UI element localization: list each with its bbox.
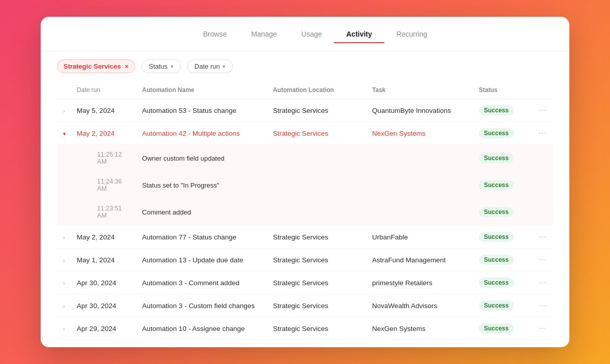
location-cell: Strategic Services	[267, 294, 366, 317]
more-options-icon[interactable]: ···	[539, 129, 547, 137]
sub-action-cell: Owner custom field updated	[136, 145, 267, 172]
sub-actions-cell	[533, 172, 553, 199]
more-options-icon[interactable]: ···	[539, 106, 547, 114]
status-badge: Success	[479, 128, 514, 138]
status-badge: Success	[479, 278, 514, 288]
actions-cell[interactable]: ···	[533, 122, 553, 145]
automation-name-cell: Automation 3 - Custom field changes	[136, 294, 267, 317]
status-badge: Success	[479, 207, 514, 217]
expand-icon[interactable]: ›	[57, 294, 71, 317]
more-options-icon[interactable]: ···	[539, 232, 547, 241]
status-cell: Success	[473, 226, 533, 249]
sub-row: 11:24:36 AM Status set to "In Progress" …	[57, 172, 553, 199]
location-cell: Strategic Services	[267, 317, 366, 340]
status-badge: Success	[479, 153, 514, 163]
table-body: › May 5, 2024 Automation 53 - Status cha…	[57, 99, 553, 340]
table-row: ▾ May 2, 2024 Automation 42 - Multiple a…	[57, 122, 553, 145]
chevron-down-icon: ▾	[223, 64, 225, 69]
date-cell: Apr 30, 2024	[71, 294, 136, 317]
sub-task-cell	[366, 172, 473, 199]
sub-status-cell: Success	[473, 199, 533, 226]
expand-icon[interactable]: ›	[57, 249, 71, 271]
automation-name-cell: Automation 10 - Assignee change	[136, 317, 267, 340]
expand-icon[interactable]: ›	[57, 271, 71, 294]
table-row: › Apr 30, 2024 Automation 3 - Custom fie…	[57, 294, 553, 317]
table-row: › Apr 30, 2024 Automation 3 - Comment ad…	[57, 271, 553, 294]
status-badge: Success	[479, 105, 514, 115]
automation-name-cell: Automation 3 - Comment added	[136, 271, 267, 294]
expand-icon[interactable]: ›	[57, 226, 71, 249]
status-cell: Success	[473, 122, 533, 145]
actions-cell[interactable]: ···	[533, 99, 553, 122]
col-status: Status	[473, 81, 533, 99]
table-row: › Apr 29, 2024 Automation 10 - Assignee …	[57, 317, 553, 340]
tab-browse[interactable]: Browse	[191, 26, 239, 43]
sub-task-cell	[366, 199, 473, 226]
status-cell: Success	[473, 99, 533, 122]
sub-location-cell	[267, 199, 366, 226]
sub-actions-cell	[533, 199, 553, 226]
filters-bar: Strategic Services × Status ▾ Date run ▾	[41, 51, 569, 81]
automation-name-cell: Automation 77 - Status change	[136, 226, 267, 249]
status-cell: Success	[473, 249, 533, 271]
daterun-filter-label: Date run	[195, 63, 220, 70]
col-actions	[533, 81, 553, 99]
status-cell: Success	[473, 271, 533, 294]
sub-expand-icon	[57, 172, 71, 199]
sub-expand-icon	[57, 199, 71, 226]
sub-action-cell: Comment added	[136, 199, 267, 226]
task-cell: UrbanFable	[366, 226, 473, 249]
main-card: Browse Manage Usage Activity Recurring S…	[41, 17, 569, 347]
filter-status-dropdown[interactable]: Status ▾	[141, 59, 181, 73]
sub-task-cell	[366, 145, 473, 172]
more-options-icon[interactable]: ···	[539, 278, 547, 287]
actions-cell[interactable]: ···	[533, 317, 553, 340]
task-cell: NovaWealth Advisors	[366, 294, 473, 317]
expand-icon[interactable]: ▾	[57, 122, 71, 145]
activity-table: Date run Automation Name Automation Loca…	[57, 81, 553, 340]
task-cell: NexGen Systems	[366, 122, 473, 145]
status-cell: Success	[473, 294, 533, 317]
actions-cell[interactable]: ···	[533, 271, 553, 294]
col-automation-name: Automation Name	[136, 81, 267, 99]
more-options-icon[interactable]: ···	[539, 255, 547, 264]
sub-actions-cell	[533, 145, 553, 172]
col-expand	[57, 81, 71, 99]
expand-icon[interactable]: ›	[57, 317, 71, 340]
date-cell: May 5, 2024	[71, 99, 136, 122]
tab-activity[interactable]: Activity	[334, 26, 384, 43]
sub-status-cell: Success	[473, 145, 533, 172]
tab-manage[interactable]: Manage	[239, 26, 289, 43]
sub-time-cell: 11:23:51 AM	[71, 199, 136, 226]
date-cell: Apr 29, 2024	[71, 317, 136, 340]
filter-chip-label: Strategic Services	[64, 63, 121, 70]
filter-chip-strategic-services[interactable]: Strategic Services ×	[57, 59, 135, 73]
expand-icon[interactable]: ›	[57, 99, 71, 122]
more-options-icon[interactable]: ···	[539, 301, 547, 310]
sub-row: 11:23:51 AM Comment added Success	[57, 199, 553, 226]
task-cell: AstraFund Management	[366, 249, 473, 271]
sub-status-cell: Success	[473, 172, 533, 199]
more-options-icon[interactable]: ···	[539, 324, 547, 332]
tab-usage[interactable]: Usage	[289, 26, 334, 43]
col-automation-location: Automation Location	[267, 81, 366, 99]
nav-tabs: Browse Manage Usage Activity Recurring	[77, 25, 553, 43]
table-row: › May 2, 2024 Automation 77 - Status cha…	[57, 226, 553, 249]
filter-daterun-dropdown[interactable]: Date run ▾	[187, 59, 233, 73]
sub-time-cell: 11:25:12 AM	[71, 145, 136, 172]
sub-expand-icon	[57, 145, 71, 172]
sub-action-cell: Status set to "In Progress"	[136, 172, 267, 199]
tab-recurring[interactable]: Recurring	[384, 26, 440, 43]
actions-cell[interactable]: ···	[533, 249, 553, 271]
status-cell: Success	[473, 317, 533, 340]
status-filter-label: Status	[149, 63, 168, 70]
task-cell: NexGen Systems	[366, 317, 473, 340]
col-task: Task	[366, 81, 473, 99]
status-badge: Success	[479, 255, 514, 265]
actions-cell[interactable]: ···	[533, 226, 553, 249]
table-header-row: Date run Automation Name Automation Loca…	[57, 81, 553, 99]
chevron-down-icon: ▾	[171, 64, 173, 69]
actions-cell[interactable]: ···	[533, 294, 553, 317]
close-icon[interactable]: ×	[125, 63, 129, 70]
location-cell: Strategic Services	[267, 122, 366, 145]
